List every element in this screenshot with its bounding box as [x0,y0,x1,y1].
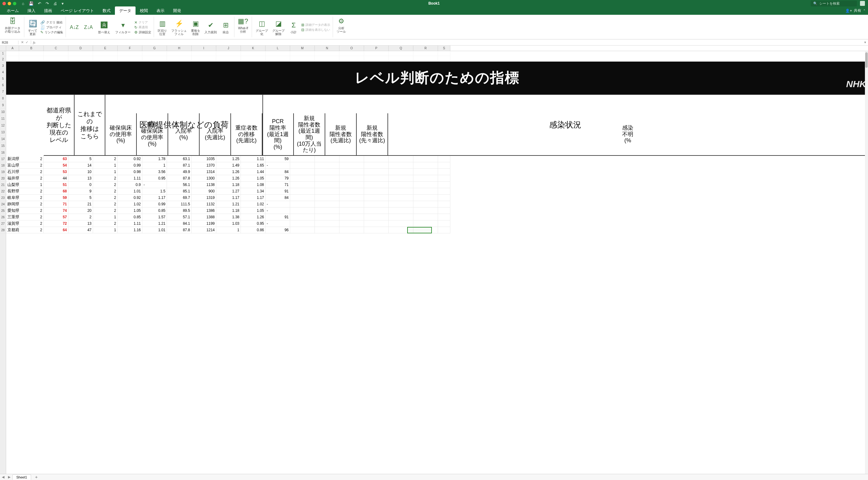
cell[interactable] [266,82,290,88]
cell[interactable] [167,136,192,142]
cell[interactable] [68,95,93,102]
cell[interactable] [290,82,315,88]
cell[interactable] [142,88,167,95]
cell[interactable]: 13 [68,220,93,227]
cell[interactable] [339,207,364,214]
column-header-C[interactable]: C [44,45,68,51]
cell[interactable] [44,51,68,56]
cell[interactable]: 59 [266,156,290,162]
cell[interactable]: 1386 [192,207,216,214]
tab-developer[interactable]: 開発 [169,6,185,15]
cell[interactable] [438,109,450,116]
cell[interactable] [389,182,413,188]
cell[interactable]: 三重県 [6,214,19,220]
cell[interactable] [68,63,93,69]
cell[interactable] [364,88,389,95]
cell[interactable]: 長野県 [6,188,19,195]
cell[interactable] [438,51,450,56]
cell[interactable] [315,207,339,214]
cell[interactable] [216,51,241,56]
cell[interactable]: - [266,207,290,214]
cell[interactable]: 0.99 [118,162,142,169]
cell[interactable] [315,63,339,69]
cell[interactable] [339,149,364,156]
cell[interactable] [142,102,167,109]
cell[interactable] [438,195,450,201]
cell[interactable]: 96 [266,227,290,233]
home-icon[interactable]: ⌂ [22,1,24,6]
cell[interactable] [339,109,364,116]
cell[interactable]: 2 [19,169,44,175]
cell[interactable] [167,102,192,109]
row-header[interactable]: 27 [0,220,6,227]
cell[interactable] [19,109,44,116]
cell[interactable]: 1300 [192,175,216,182]
column-header-J[interactable]: J [216,45,241,51]
cell[interactable] [339,102,364,109]
cell[interactable] [315,51,339,56]
cell[interactable] [413,129,438,136]
cell[interactable]: 84 [266,195,290,201]
cell[interactable] [315,82,339,88]
tab-formulas[interactable]: 数式 [98,6,115,15]
refresh-all-button[interactable]: 🔄 すべて 更新 [27,19,38,36]
cell[interactable] [216,82,241,88]
cell[interactable] [315,109,339,116]
consolidate-button[interactable]: ⊞統合 [220,20,231,34]
cell[interactable] [339,142,364,149]
cell[interactable]: 2 [19,214,44,220]
cell[interactable] [93,95,118,102]
tab-nav-prev-icon[interactable]: ◀ [0,475,6,479]
tab-view[interactable]: 表示 [152,6,169,15]
cell[interactable] [290,116,315,122]
row-header[interactable]: 24 [0,201,6,207]
cell[interactable]: 74 [44,207,68,214]
column-header-L[interactable]: L [266,45,290,51]
cell[interactable]: 2 [19,195,44,201]
cell[interactable] [438,169,450,175]
cell[interactable]: 2 [19,188,44,195]
cell[interactable] [389,214,413,220]
cell[interactable] [118,116,142,122]
collapse-ribbon-icon[interactable]: ⌃ [863,9,866,12]
cell[interactable] [241,63,266,69]
cell[interactable]: 3.56 [142,169,167,175]
cell[interactable]: 1.05 [241,175,266,182]
cell[interactable] [315,201,339,207]
cell[interactable] [290,182,315,188]
cell[interactable]: 56.1 [167,182,192,188]
cell[interactable] [241,116,266,122]
cell[interactable] [118,51,142,56]
cell[interactable]: 22.4 [167,149,192,156]
text-to-columns-button[interactable]: ▥区切り 位置 [156,19,168,36]
cell[interactable] [142,109,167,116]
cell[interactable] [93,116,118,122]
cell[interactable] [266,102,290,109]
add-sheet-button[interactable]: ＋ [31,475,41,480]
cell[interactable] [167,56,192,63]
cell[interactable] [290,175,315,182]
cell[interactable]: 1.01 [142,227,167,233]
cell[interactable]: 富山県 [6,162,19,169]
cell[interactable] [266,75,290,82]
cell[interactable] [192,56,216,63]
column-header-B[interactable]: B [19,45,44,51]
row-header[interactable]: 20 [0,175,6,182]
cell[interactable]: 63 [44,156,68,162]
cell[interactable] [44,136,68,142]
cell[interactable] [6,122,19,129]
cell[interactable] [364,149,389,156]
cell[interactable] [315,220,339,227]
cell[interactable] [241,75,266,82]
cell[interactable]: 1.11 [118,175,142,182]
cell[interactable]: 5 [68,195,93,201]
cell[interactable]: 1.18 [216,182,241,188]
cell[interactable] [167,109,192,116]
cell[interactable] [6,51,19,56]
cell[interactable]: 1132 [192,201,216,207]
cell[interactable] [44,116,68,122]
cell[interactable]: - [142,182,167,188]
cell[interactable] [6,129,19,136]
cell[interactable] [68,129,93,136]
cell[interactable] [339,122,364,129]
